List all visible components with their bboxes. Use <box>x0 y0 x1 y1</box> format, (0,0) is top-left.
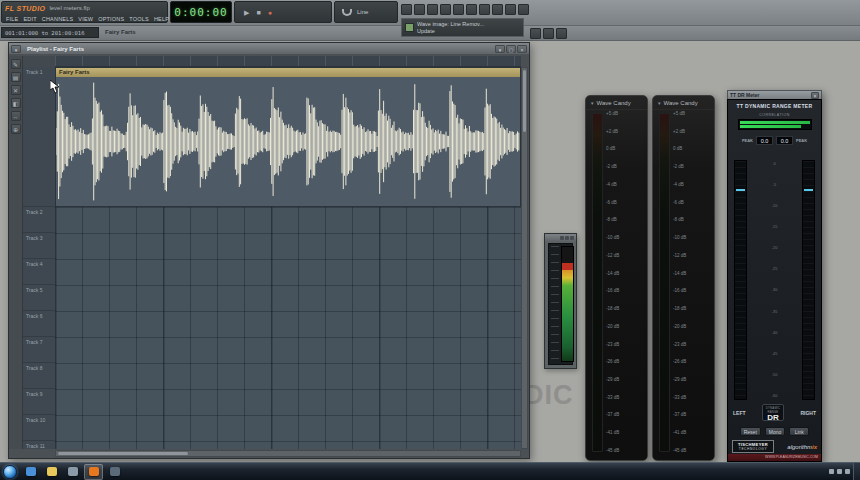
menu-view[interactable]: VIEW <box>76 15 95 23</box>
track-name[interactable]: Track 6 <box>23 311 55 337</box>
taskbar-icon-media-player[interactable] <box>21 464 40 480</box>
taskbar-icon-app-dark[interactable] <box>105 464 124 480</box>
ttdr-mono-button[interactable]: Mono <box>765 427 786 436</box>
mini-meter-button-1[interactable] <box>560 236 564 240</box>
track-name[interactable]: Track 11 <box>23 441 55 449</box>
track-name[interactable]: Track 7 <box>23 337 55 363</box>
brand-right-b: ix <box>812 444 817 450</box>
db-scale-label: -45 dB <box>673 448 711 453</box>
waveform-path <box>56 83 519 201</box>
time-display: 0:00:00 <box>174 6 227 19</box>
transport-panel: ▶■● <box>234 1 332 23</box>
horizontal-scrollbar-thumb[interactable] <box>58 452 188 455</box>
window-button-3[interactable]: × <box>517 45 527 53</box>
toolbar-button[interactable] <box>401 4 412 15</box>
toolbar-button[interactable] <box>492 4 503 15</box>
tool-mute-button[interactable]: ◧ <box>11 98 21 108</box>
db-scale-label: -6 dB <box>673 200 711 205</box>
toolbar-button[interactable] <box>453 4 464 15</box>
chevron-down-icon[interactable]: ▾ <box>658 100 661 106</box>
taskbar-icon-fl-studio[interactable] <box>84 464 103 480</box>
toolbar-button[interactable] <box>479 4 490 15</box>
taskbar-icon-folder[interactable] <box>42 464 61 480</box>
playlist-menu-icon[interactable]: ▾ <box>11 45 21 53</box>
mini-meter-titlebar[interactable] <box>545 234 576 241</box>
toolbar-button[interactable] <box>505 4 516 15</box>
db-scale-label: -37 dB <box>673 412 711 417</box>
playlist-titlebar[interactable]: ▾ Playlist - Fairy Farts ▾▢× <box>9 43 529 54</box>
menu-help[interactable]: HELP <box>152 15 171 23</box>
tool-slip-button[interactable]: ↔ <box>11 111 21 121</box>
tray-icon-2[interactable] <box>837 469 842 474</box>
db-scale-label: -8 dB <box>673 217 711 222</box>
toolbar-button[interactable] <box>414 4 425 15</box>
window-button-2[interactable]: ▢ <box>506 45 516 53</box>
db-scale-label: -25 <box>772 267 778 271</box>
vertical-scrollbar-thumb[interactable] <box>523 70 526 132</box>
menu-edit[interactable]: EDIT <box>21 15 38 23</box>
show-desktop-button[interactable] <box>853 463 860 480</box>
toolbar-button[interactable] <box>530 28 541 39</box>
wavecandy-titlebar[interactable]: ▾ Wave Candy <box>586 96 647 110</box>
track-name[interactable]: Track 5 <box>23 285 55 311</box>
magnet-icon <box>342 9 352 16</box>
taskbar-icons <box>21 464 124 480</box>
db-scale-label: 0 dB <box>673 146 711 151</box>
tray-icon-1[interactable] <box>829 469 834 474</box>
toolbar-button[interactable] <box>466 4 477 15</box>
menu-file[interactable]: FILE <box>4 15 20 23</box>
db-scale-label: -20 <box>772 246 778 250</box>
record-button[interactable]: ● <box>268 9 272 16</box>
db-scale-label: -18 dB <box>606 306 644 311</box>
taskbar-icon-app-gray[interactable] <box>63 464 82 480</box>
peak-value-left: 0.0 <box>756 136 773 145</box>
playlist-window-buttons: ▾▢× <box>495 45 527 53</box>
toolbar-button[interactable] <box>518 4 529 15</box>
wavecandy-scale: +5 dB+2 dB0 dB-2 dB-4 dB-6 dB-8 dB-10 dB… <box>673 111 711 453</box>
vertical-scrollbar[interactable] <box>521 67 528 449</box>
play-button[interactable]: ▶ <box>244 9 249 16</box>
tool-pencil-button[interactable]: ✎ <box>11 59 21 69</box>
track-name[interactable]: Track 9 <box>23 389 55 415</box>
toolbar-button[interactable] <box>427 4 438 15</box>
track-name[interactable]: Track 8 <box>23 363 55 389</box>
timeline-ruler[interactable] <box>55 56 521 67</box>
window-button-1[interactable]: ▾ <box>495 45 505 53</box>
db-scale-label: 0 <box>773 162 775 166</box>
ttdr-titlebar[interactable]: TT DR Meter × <box>727 90 822 99</box>
tool-zoom-button[interactable]: ⊕ <box>11 124 21 134</box>
ttdr-reset-button[interactable]: Reset <box>740 427 761 436</box>
track-name[interactable]: Track 2 <box>23 207 55 233</box>
track-name[interactable]: Track 3 <box>23 233 55 259</box>
ttdr-scale: 0-5-10-15-20-25-30-35-40-45-50-60 <box>752 162 797 398</box>
stop-button[interactable]: ■ <box>256 9 260 16</box>
tool-delete-button[interactable]: ✕ <box>11 85 21 95</box>
ttdr-link-button[interactable]: Link <box>789 427 809 436</box>
audio-clip[interactable]: Fairy Farts <box>55 67 521 207</box>
chevron-down-icon[interactable]: ▾ <box>591 100 594 106</box>
track-name[interactable]: Track 10 <box>23 415 55 441</box>
right-channel-meter <box>802 160 815 400</box>
toolbar-button[interactable] <box>440 4 451 15</box>
hint-line-1: Wave image: Line Remov... <box>417 21 484 28</box>
track-name[interactable]: Track 4 <box>23 259 55 285</box>
mini-meter-button-2[interactable] <box>565 236 569 240</box>
menu-channels[interactable]: CHANNELS <box>40 15 76 23</box>
toolbar-button[interactable] <box>543 28 554 39</box>
playlist-grid[interactable]: Fairy Farts <box>55 67 521 449</box>
right-label: RIGHT <box>800 410 816 416</box>
db-scale-label: -33 dB <box>606 395 644 400</box>
wavecandy-titlebar[interactable]: ▾ Wave Candy <box>653 96 714 110</box>
mini-meter-close-icon[interactable] <box>570 236 574 240</box>
start-button[interactable] <box>3 465 17 479</box>
selection-name: Fairy Farts <box>105 29 136 35</box>
horizontal-scrollbar[interactable] <box>55 450 521 457</box>
db-scale-label: -12 dB <box>673 253 711 258</box>
toolbar-button[interactable] <box>556 28 567 39</box>
snap-selector[interactable]: Line <box>334 1 398 23</box>
menu-options[interactable]: OPTIONS <box>96 15 126 23</box>
tray-icon-3[interactable] <box>845 469 850 474</box>
menu-tools[interactable]: TOOLS <box>127 15 151 23</box>
tool-brush-button[interactable]: ▤ <box>11 72 21 82</box>
close-icon[interactable]: × <box>811 92 819 99</box>
